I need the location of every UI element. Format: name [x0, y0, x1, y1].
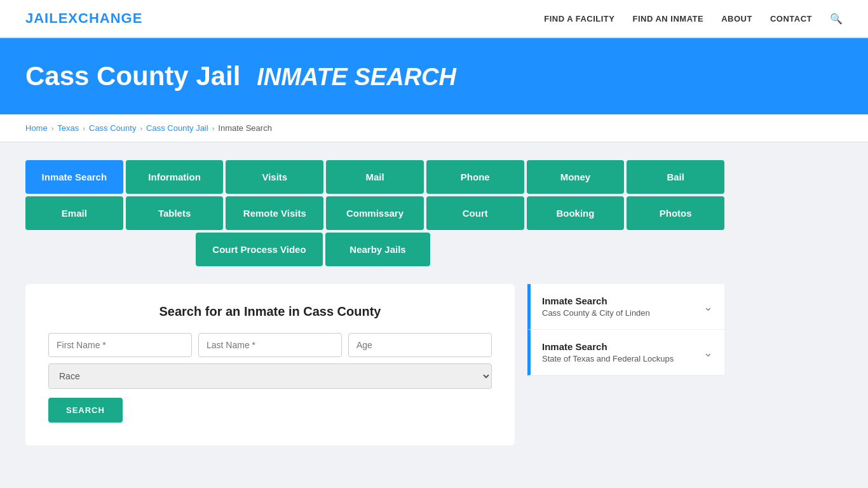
- nav-find-facility[interactable]: FIND A FACILITY: [544, 14, 614, 24]
- nav-buttons-container: Inmate Search Information Visits Mail Ph…: [25, 160, 724, 266]
- nav-contact[interactable]: CONTACT: [770, 14, 812, 24]
- btn-tablets[interactable]: Tablets: [126, 196, 224, 230]
- btn-commissary[interactable]: Commissary: [326, 196, 424, 230]
- nav-find-inmate[interactable]: FIND AN INMATE: [632, 14, 703, 24]
- hero-title-main: Cass County Jail: [25, 61, 240, 91]
- btn-nearby-jails[interactable]: Nearby Jails: [325, 233, 430, 266]
- btn-inmate-search[interactable]: Inmate Search: [25, 160, 123, 194]
- sidebar-card-2[interactable]: Inmate Search State of Texas and Federal…: [527, 330, 724, 376]
- btn-booking[interactable]: Booking: [527, 196, 625, 230]
- btn-email[interactable]: Email: [25, 196, 123, 230]
- hero-title: Cass County Jail INMATE SEARCH: [25, 61, 843, 92]
- sidebar-card-1-title: Inmate Search: [542, 295, 650, 306]
- btn-court[interactable]: Court: [426, 196, 524, 230]
- sidebar-card-1[interactable]: Inmate Search Cass County & City of Lind…: [527, 284, 724, 330]
- nav-btn-row-2: Email Tablets Remote Visits Commissary C…: [25, 196, 724, 230]
- sidebar: Inmate Search Cass County & City of Lind…: [527, 284, 724, 445]
- breadcrumb-cass-county-jail[interactable]: Cass County Jail: [146, 123, 208, 133]
- header: JAILEXCHANGE FIND A FACILITY FIND AN INM…: [0, 0, 868, 38]
- btn-bail[interactable]: Bail: [627, 160, 724, 194]
- btn-remote-visits[interactable]: Remote Visits: [226, 196, 323, 230]
- breadcrumb: Home › Texas › Cass County › Cass County…: [0, 114, 868, 142]
- breadcrumb-texas[interactable]: Texas: [57, 123, 79, 133]
- logo-jail: JAIL: [25, 10, 58, 26]
- main-content: Inmate Search Information Visits Mail Ph…: [0, 142, 868, 463]
- btn-money[interactable]: Money: [527, 160, 625, 194]
- sidebar-card-2-subtitle: State of Texas and Federal Lockups: [542, 354, 674, 363]
- breadcrumb-sep-2: ›: [83, 125, 85, 132]
- nav-about[interactable]: ABOUT: [721, 14, 752, 24]
- chevron-down-icon-1: ⌄: [703, 300, 713, 314]
- btn-photos[interactable]: Photos: [627, 196, 724, 230]
- search-form-card: Search for an Inmate in Cass County Race…: [25, 284, 515, 445]
- breadcrumb-sep-4: ›: [212, 125, 215, 132]
- search-icon[interactable]: 🔍: [830, 13, 843, 25]
- nav-btn-row-1: Inmate Search Information Visits Mail Ph…: [25, 160, 724, 194]
- btn-visits[interactable]: Visits: [226, 160, 323, 194]
- chevron-down-icon-2: ⌄: [703, 346, 713, 360]
- first-name-input[interactable]: [48, 333, 192, 357]
- main-nav: FIND A FACILITY FIND AN INMATE ABOUT CON…: [544, 13, 843, 25]
- nav-btn-row-3: Court Process Video Nearby Jails: [25, 233, 387, 266]
- sidebar-card-2-title: Inmate Search: [542, 341, 674, 352]
- breadcrumb-inmate-search: Inmate Search: [218, 123, 272, 133]
- btn-court-process-video[interactable]: Court Process Video: [196, 233, 323, 266]
- btn-phone[interactable]: Phone: [426, 160, 524, 194]
- age-input[interactable]: [348, 333, 492, 357]
- breadcrumb-sep-1: ›: [51, 125, 54, 132]
- logo-exchange: EXCHANGE: [58, 10, 143, 26]
- sidebar-card-2-text: Inmate Search State of Texas and Federal…: [542, 341, 674, 363]
- breadcrumb-cass-county[interactable]: Cass County: [89, 123, 136, 133]
- hero-title-italic: INMATE SEARCH: [257, 64, 456, 90]
- content-area: Search for an Inmate in Cass County Race…: [25, 284, 724, 445]
- btn-mail[interactable]: Mail: [326, 160, 424, 194]
- last-name-input[interactable]: [198, 333, 342, 357]
- btn-information[interactable]: Information: [126, 160, 224, 194]
- hero-banner: Cass County Jail INMATE SEARCH: [0, 38, 868, 114]
- breadcrumb-home[interactable]: Home: [25, 123, 48, 133]
- search-form-title: Search for an Inmate in Cass County: [48, 304, 492, 319]
- search-button[interactable]: SEARCH: [48, 398, 123, 423]
- logo[interactable]: JAILEXCHANGE: [25, 10, 142, 27]
- sidebar-card-1-text: Inmate Search Cass County & City of Lind…: [542, 295, 650, 318]
- form-row-names: Race White Black Hispanic Asian Other: [48, 333, 492, 389]
- sidebar-card-1-subtitle: Cass County & City of Linden: [542, 308, 650, 318]
- race-select[interactable]: Race White Black Hispanic Asian Other: [48, 363, 492, 389]
- breadcrumb-sep-3: ›: [140, 125, 142, 132]
